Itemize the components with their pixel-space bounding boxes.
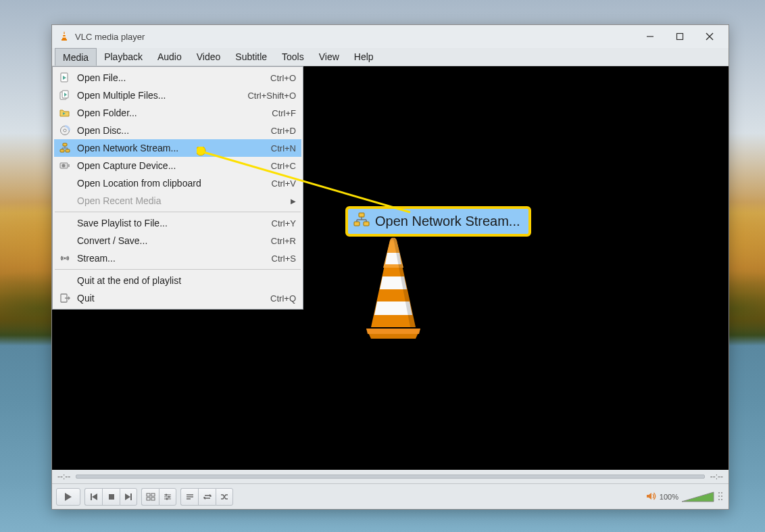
- blank-icon: [58, 194, 72, 208]
- menu-item-save-playlist-to-file[interactable]: Save Playlist to File...Ctrl+Y: [54, 214, 301, 232]
- svg-point-24: [62, 164, 66, 168]
- menu-item-label: Convert / Save...: [77, 235, 271, 246]
- menu-separator: [55, 212, 301, 212]
- menu-bar: MediaPlaybackAudioVideoSubtitleToolsView…: [52, 48, 729, 66]
- stop-button[interactable]: [102, 488, 120, 506]
- loop-button[interactable]: [198, 488, 216, 506]
- svg-rect-49: [151, 498, 155, 500]
- volume-control[interactable]: 100%: [646, 491, 724, 503]
- menu-item-label: Save Playlist to File...: [77, 218, 272, 228]
- svg-rect-43: [109, 494, 114, 500]
- svg-point-68: [721, 499, 722, 500]
- menubar-item-audio[interactable]: Audio: [150, 48, 189, 66]
- shuffle-button[interactable]: [216, 488, 233, 506]
- disc-icon: [58, 124, 72, 137]
- svg-rect-34: [354, 222, 360, 226]
- previous-button[interactable]: [84, 488, 102, 506]
- svg-marker-41: [92, 493, 97, 500]
- playlist-button[interactable]: [180, 488, 198, 506]
- svg-rect-35: [364, 222, 369, 226]
- svg-rect-2: [63, 34, 66, 35]
- media-menu-dropdown: Open File...Ctrl+OOpen Multiple Files...…: [52, 66, 303, 310]
- volume-percent: 100%: [660, 493, 678, 501]
- minimize-button[interactable]: [635, 26, 665, 47]
- seek-track[interactable]: [76, 475, 704, 479]
- menu-item-quit[interactable]: QuitCtrl+Q: [54, 289, 301, 307]
- next-button[interactable]: [120, 488, 137, 506]
- fullscreen-button[interactable]: [141, 488, 159, 506]
- menu-separator: [55, 269, 301, 270]
- blank-icon: [58, 274, 72, 287]
- menu-item-open-multiple-files[interactable]: Open Multiple Files...Ctrl+Shift+O: [54, 87, 301, 104]
- menubar-item-tools[interactable]: Tools: [274, 48, 312, 66]
- menu-item-label: Open Capture Device...: [77, 160, 271, 171]
- extended-settings-button[interactable]: [159, 488, 176, 506]
- callout-label: Open Network Stream...: [375, 214, 520, 229]
- network-icon: [58, 141, 72, 155]
- maximize-button[interactable]: [665, 26, 695, 47]
- blank-icon: [58, 234, 72, 247]
- menu-item-open-folder[interactable]: Open Folder...Ctrl+F: [54, 104, 301, 122]
- svg-rect-5: [677, 34, 683, 40]
- menu-item-shortcut: Ctrl+Y: [272, 218, 296, 228]
- menu-item-open-file[interactable]: Open File...Ctrl+O: [54, 69, 301, 87]
- svg-rect-1: [61, 39, 67, 41]
- title-bar[interactable]: VLC media player: [52, 25, 729, 48]
- menu-item-label: Open Recent Media: [77, 195, 287, 206]
- stream-icon: [58, 251, 72, 265]
- menubar-item-view[interactable]: View: [312, 48, 347, 66]
- menu-item-label: Stream...: [77, 253, 272, 264]
- total-time[interactable]: --:--: [710, 472, 723, 481]
- menu-item-label: Quit: [77, 293, 270, 304]
- svg-point-65: [718, 495, 720, 497]
- menu-item-label: Open Multiple Files...: [77, 90, 247, 101]
- svg-rect-16: [63, 143, 67, 146]
- svg-rect-25: [68, 164, 70, 167]
- menu-item-open-network-stream[interactable]: Open Network Stream...Ctrl+N: [54, 139, 301, 157]
- menu-item-open-capture-device[interactable]: Open Capture Device...Ctrl+C: [54, 157, 301, 174]
- menu-item-open-location-from-clipboard[interactable]: Open Location from clipboardCtrl+V: [54, 174, 301, 192]
- menubar-item-video[interactable]: Video: [189, 48, 228, 66]
- menu-item-shortcut: Ctrl+R: [271, 236, 296, 246]
- menu-item-shortcut: Ctrl+Q: [270, 293, 296, 304]
- menu-item-label: Open File...: [77, 72, 270, 83]
- svg-point-63: [718, 492, 720, 493]
- close-button[interactable]: [695, 26, 724, 47]
- volume-slider[interactable]: [681, 491, 715, 503]
- svg-rect-33: [359, 213, 364, 217]
- menu-item-shortcut: Ctrl+F: [272, 108, 296, 118]
- video-area[interactable]: Open File...Ctrl+OOpen Multiple Files...…: [52, 66, 729, 470]
- svg-point-64: [721, 492, 722, 493]
- menu-item-open-disc[interactable]: Open Disc...Ctrl+D: [54, 122, 301, 139]
- menubar-item-help[interactable]: Help: [347, 48, 381, 66]
- menu-item-quit-at-the-end-of-playlist[interactable]: Quit at the end of playlist: [54, 272, 301, 289]
- svg-rect-45: [130, 493, 132, 500]
- svg-point-54: [168, 495, 170, 498]
- play-button[interactable]: [56, 488, 80, 506]
- menu-item-open-recent-media: Open Recent Media▶: [54, 192, 301, 210]
- chevron-right-icon: ▶: [291, 197, 296, 205]
- svg-marker-40: [65, 493, 72, 501]
- menu-item-shortcut: Ctrl+N: [271, 143, 296, 153]
- svg-rect-18: [66, 149, 70, 152]
- network-icon: [353, 212, 370, 231]
- svg-point-67: [718, 499, 720, 500]
- menu-item-stream[interactable]: Stream...Ctrl+S: [54, 249, 301, 267]
- svg-rect-42: [91, 493, 92, 500]
- elapsed-time[interactable]: --:--: [57, 472, 70, 481]
- svg-rect-17: [60, 149, 64, 152]
- svg-rect-48: [147, 498, 150, 500]
- menu-item-convert-save[interactable]: Convert / Save...Ctrl+R: [54, 232, 301, 249]
- file-play-icon: [58, 71, 72, 84]
- menu-item-shortcut: Ctrl+V: [272, 178, 296, 189]
- menubar-item-playback[interactable]: Playback: [97, 48, 150, 66]
- svg-marker-29: [68, 296, 70, 300]
- menu-item-shortcut: Ctrl+D: [271, 126, 296, 136]
- menu-item-label: Quit at the end of playlist: [77, 275, 296, 286]
- menubar-item-media[interactable]: Media: [55, 48, 97, 66]
- svg-marker-61: [647, 493, 651, 500]
- menubar-item-subtitle[interactable]: Subtitle: [228, 48, 274, 66]
- svg-rect-3: [62, 37, 66, 38]
- svg-marker-0: [62, 31, 66, 39]
- blank-icon: [58, 216, 72, 230]
